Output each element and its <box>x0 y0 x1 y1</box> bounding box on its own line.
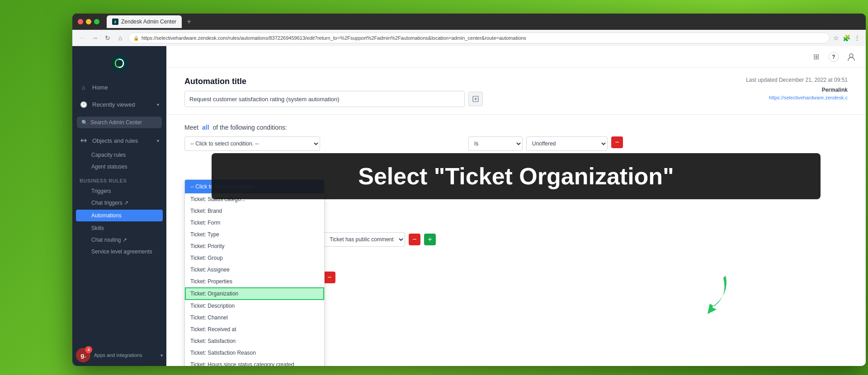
dropdown-item-satisfaction-reason[interactable]: Ticket: Satisfaction Reason <box>185 347 324 359</box>
sidebar-item-recently-viewed[interactable]: 🕐 Recently viewed ▾ <box>72 96 166 113</box>
sidebar-item-chat-routing[interactable]: Chat routing ↗ <box>72 234 166 246</box>
dropdown-item-channel[interactable]: Ticket: Channel <box>185 312 324 323</box>
sidebar-item-capacity-rules[interactable]: Capacity rules <box>72 149 166 161</box>
bookmark-icon[interactable]: ☆ <box>833 34 839 42</box>
sidebar-item-triggers[interactable]: Triggers <box>72 185 166 197</box>
zendesk-logo-icon <box>111 55 127 71</box>
browser-window: Z Zendesk Admin Center + ← → ↻ ⌂ 🔒 https… <box>72 14 866 366</box>
sidebar-item-chat-triggers[interactable]: Chat triggers ↗ <box>72 197 166 209</box>
main-wrapper: ⊞ ? Automation title <box>166 46 866 366</box>
dropdown-item-group[interactable]: Ticket: Group <box>185 252 324 264</box>
title-action-button[interactable] <box>468 92 483 106</box>
active-tab[interactable]: Z Zendesk Admin Center <box>107 15 182 28</box>
automation-title-input[interactable] <box>184 91 465 107</box>
permalink-url[interactable]: https://selectivehardware.zendesk.c <box>746 95 848 100</box>
search-icon: 🔍 <box>81 120 88 126</box>
dropdown-item-satisfaction[interactable]: Ticket: Satisfaction <box>185 335 324 347</box>
sidebar-item-automations[interactable]: Automations <box>76 210 163 221</box>
maximize-button[interactable] <box>94 19 99 24</box>
add-condition-button[interactable]: + <box>424 234 436 245</box>
sidebar-item-objects-rules[interactable]: Objects and rules ▾ <box>72 132 166 149</box>
top-bar: ⊞ ? <box>166 46 866 68</box>
dropdown-item-properties[interactable]: Ticket: Properties <box>185 276 324 287</box>
page-title: Automation title <box>184 77 483 86</box>
url-bar[interactable]: 🔒 https://selectivehardware.zendesk.com/… <box>128 33 830 43</box>
sidebar-bottom: g. 4 Apps and integrations ▾ <box>72 344 166 366</box>
annotation-overlay: Select "Ticket Organization" <box>212 153 821 199</box>
objects-chevron: ▾ <box>157 138 159 143</box>
automation-title-section: Automation title <box>184 77 483 107</box>
condition-is-select[interactable]: Is <box>468 136 523 151</box>
last-updated-text: Last updated December 21, 2022 at 09:51 <box>746 77 848 83</box>
browser-titlebar: Z Zendesk Admin Center + <box>72 14 866 30</box>
refresh-button[interactable]: ↻ <box>103 33 112 42</box>
clock-icon: 🕐 <box>80 100 88 108</box>
traffic-lights <box>78 19 99 24</box>
main-content: Automation title Last u <box>166 68 866 366</box>
secure-icon: 🔒 <box>133 36 139 41</box>
dropdown-wrapper: -- Click to select condition. -- -- Clic… <box>184 136 320 151</box>
condition-select-type[interactable]: -- Click to select condition. -- <box>184 136 320 151</box>
close-button[interactable] <box>78 19 83 24</box>
sidebar-item-skills[interactable]: Skills <box>72 222 166 234</box>
recently-viewed-chevron: ▾ <box>157 102 159 107</box>
meta-info: Last updated December 21, 2022 at 09:51 … <box>746 77 848 100</box>
apps-integrations-label: Apps and integrations <box>94 352 142 358</box>
remove-condition-button-1[interactable]: − <box>611 136 623 148</box>
sidebar-item-service-level[interactable]: Service level agreements <box>72 246 166 258</box>
new-tab-button[interactable]: + <box>184 16 194 27</box>
arrow-overlay <box>685 267 739 321</box>
search-input[interactable] <box>90 119 157 126</box>
objects-rules-label: Objects and rules <box>92 137 138 144</box>
dropdown-item-organization[interactable]: Ticket: Organization <box>185 287 324 300</box>
tab-bar: Z Zendesk Admin Center + <box>107 15 860 28</box>
app-container: ⌂ Home 🕐 Recently viewed ▾ 🔍 <box>72 46 866 366</box>
sidebar-item-agent-statuses[interactable]: Agent statuses <box>72 161 166 173</box>
recently-viewed-label: Recently viewed <box>92 101 135 108</box>
svg-point-1 <box>849 54 853 57</box>
dropdown-item-hours-created[interactable]: Ticket: Hours since status category crea… <box>185 359 324 366</box>
sidebar: ⌂ Home 🕐 Recently viewed ▾ 🔍 <box>72 46 166 366</box>
address-actions: ☆ 🧩 ⋮ <box>833 34 860 42</box>
permalink-label: Permalink <box>746 87 848 93</box>
home-icon: ⌂ <box>80 83 88 91</box>
remove-condition-button-2[interactable]: − <box>409 234 420 245</box>
tab-title: Zendesk Admin Center <box>121 19 176 25</box>
minimize-button[interactable] <box>86 19 91 24</box>
forward-button[interactable]: → <box>90 33 99 42</box>
apps-chevron: ▾ <box>160 353 163 358</box>
condition-value-select-2[interactable]: Ticket has public comments <box>324 232 405 247</box>
dropdown-item-received-at[interactable]: Ticket: Received at <box>185 323 324 335</box>
of-following-label: of the following conditions: <box>212 124 287 131</box>
search-box[interactable]: 🔍 <box>77 117 162 128</box>
remove-any-condition-button[interactable]: − <box>324 272 335 283</box>
notification-badge: 4 <box>85 346 92 353</box>
dropdown-item-brand[interactable]: Ticket: Brand <box>185 205 324 217</box>
condition-value-select[interactable]: Unoffered <box>526 136 608 151</box>
user-avatar-wrapper[interactable]: g. 4 <box>76 348 90 362</box>
grid-icon[interactable]: ⊞ <box>811 52 821 62</box>
condition-row-1: -- Click to select condition. -- -- Clic… <box>184 136 848 151</box>
back-button[interactable]: ← <box>78 33 87 42</box>
dropdown-item-assignee[interactable]: Ticket: Assignee <box>185 264 324 276</box>
sidebar-item-home[interactable]: ⌂ Home <box>72 79 166 96</box>
dropdown-item-priority[interactable]: Ticket: Priority <box>185 240 324 252</box>
tab-favicon: Z <box>112 19 118 25</box>
help-icon[interactable]: ? <box>829 52 839 62</box>
dropdown-item-type[interactable]: Ticket: Type <box>185 229 324 240</box>
condition-dropdown-overlay: -- Click to select condition. -- Ticket:… <box>184 179 325 366</box>
business-rules-section-label: Business rules <box>72 173 166 185</box>
content-body: Meet all of the following conditions: --… <box>166 115 866 366</box>
address-bar: ← → ↻ ⌂ 🔒 https://selectivehardware.zend… <box>72 30 866 46</box>
objects-icon <box>80 136 88 145</box>
url-text: https://selectivehardware.zendesk.com/ru… <box>142 35 526 41</box>
sidebar-nav: ⌂ Home 🕐 Recently viewed ▾ 🔍 <box>72 79 166 344</box>
dropdown-item-form[interactable]: Ticket: Form <box>185 217 324 229</box>
menu-icon[interactable]: ⋮ <box>854 34 860 42</box>
meet-label: Meet <box>184 124 198 131</box>
svg-point-0 <box>111 55 127 71</box>
extensions-icon[interactable]: 🧩 <box>843 34 850 42</box>
user-icon[interactable] <box>846 52 857 62</box>
dropdown-item-description[interactable]: Ticket: Description <box>185 300 324 312</box>
home-nav-button[interactable]: ⌂ <box>116 33 125 42</box>
